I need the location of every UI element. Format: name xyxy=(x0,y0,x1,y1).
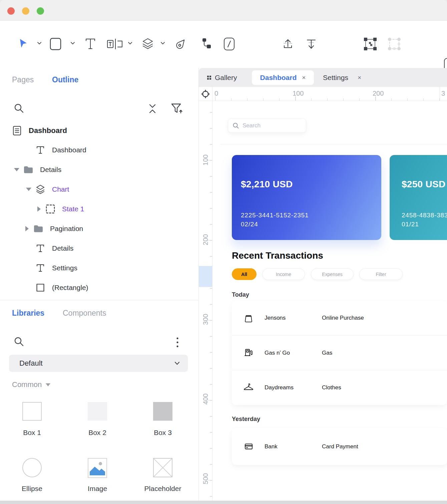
tab-gallery[interactable]: Gallery xyxy=(207,68,237,87)
transaction-category: Card Payment xyxy=(322,443,358,450)
filter-pill-income[interactable]: Income xyxy=(262,268,305,280)
component-tool-chevron-down-icon[interactable] xyxy=(127,41,133,47)
filter-pill-filter[interactable]: Filter xyxy=(359,268,403,280)
collapse-all-icon[interactable] xyxy=(147,103,158,115)
group-button[interactable] xyxy=(363,36,378,52)
credit-card-blue[interactable]: $2,210 USD 2225-3441-5152-2351 02/24 xyxy=(232,155,381,240)
chevron-down-icon xyxy=(174,361,180,366)
ruler-label: 100 xyxy=(202,154,209,165)
tree-item-label: Chart xyxy=(52,185,69,193)
layers-tool-button[interactable] xyxy=(141,36,155,52)
close-tab-icon[interactable]: × xyxy=(358,74,361,81)
tree-item-dashboard-frame[interactable]: Dashboard xyxy=(0,125,198,136)
tree-item-state-1[interactable]: State 1 xyxy=(0,203,198,215)
component-ellipse[interactable] xyxy=(22,458,42,477)
ruler-origin-button[interactable] xyxy=(199,87,212,101)
tree-item-details-text[interactable]: Details xyxy=(0,243,198,254)
close-window-button[interactable] xyxy=(7,7,15,15)
search-icon xyxy=(233,122,239,129)
close-tab-icon[interactable]: × xyxy=(302,74,306,81)
text-icon xyxy=(35,145,45,155)
zoom-window-button[interactable] xyxy=(37,7,44,15)
transaction-row[interactable]: Bank Card Payment xyxy=(232,428,447,465)
slash-tool-button[interactable] xyxy=(223,36,236,52)
connector-tool-button[interactable] xyxy=(199,36,213,52)
move-tool-chevron-down-icon[interactable] xyxy=(37,41,42,47)
card-amount: $2,210 USD xyxy=(241,179,293,190)
common-section-toggle[interactable]: Common xyxy=(12,380,50,389)
shape-tool-chevron-down-icon[interactable] xyxy=(70,41,75,47)
tab-settings[interactable]: Settings × xyxy=(323,68,361,87)
dropdown-triangle-icon xyxy=(46,383,50,386)
component-label: Box 1 xyxy=(5,429,59,437)
transaction-category: Clothes xyxy=(322,384,341,391)
ruler-label: 100 xyxy=(293,90,304,97)
caret-expanded-icon[interactable] xyxy=(26,188,31,191)
ungroup-button[interactable] xyxy=(387,36,402,52)
card-number: 2225-3441-5152-2351 xyxy=(241,212,309,219)
component-box-3[interactable] xyxy=(153,402,172,421)
search-input[interactable] xyxy=(243,122,296,129)
artboard-search-box[interactable] xyxy=(228,118,306,133)
tab-libraries[interactable]: Libraries xyxy=(12,309,44,318)
tree-item-label: Dashboard xyxy=(52,146,86,154)
transaction-row[interactable]: Gas n’ Go Gas xyxy=(232,335,447,370)
transaction-row[interactable]: Daydreams Clothes xyxy=(232,370,447,405)
tree-item-label: Dashboard xyxy=(29,126,67,135)
tree-item-rectangle[interactable]: (Rectangle) xyxy=(0,282,198,293)
library-select-value: Default xyxy=(19,359,43,368)
card-amount: $250 USD xyxy=(402,179,446,190)
caret-expanded-icon[interactable] xyxy=(14,168,19,171)
text-tool-button[interactable] xyxy=(84,36,97,52)
send-upward-button[interactable] xyxy=(281,36,295,52)
text-icon xyxy=(35,263,45,273)
transaction-category: Gas xyxy=(322,350,332,356)
tree-item-details-folder[interactable]: Details xyxy=(0,164,198,175)
component-image[interactable] xyxy=(88,458,107,478)
tree-item-label: Details xyxy=(52,244,73,252)
vertical-ruler[interactable]: 100 200 300 400 500 xyxy=(199,101,212,501)
canvas[interactable]: $2,210 USD 2225-3441-5152-2351 02/24 $25… xyxy=(213,101,447,501)
component-box-1[interactable] xyxy=(22,402,42,421)
outline-search-icon[interactable] xyxy=(13,103,25,115)
ruler-selection-highlight xyxy=(199,266,212,287)
ruler-divider xyxy=(440,87,440,101)
tab-pages[interactable]: Pages xyxy=(12,75,34,84)
panel-divider xyxy=(0,300,198,300)
tab-settings-label: Settings xyxy=(323,74,348,82)
tree-item-chart[interactable]: Chart xyxy=(0,184,198,195)
pen-tool-button[interactable] xyxy=(173,36,188,52)
filter-layers-icon[interactable] xyxy=(170,103,183,116)
filter-pill-all[interactable]: All xyxy=(232,268,257,280)
transaction-merchant: Gas n’ Go xyxy=(265,350,322,356)
libraries-search-icon[interactable] xyxy=(13,336,25,349)
tree-item-pagination[interactable]: Pagination xyxy=(0,223,198,234)
horizontal-ruler[interactable]: 0 100 200 3 xyxy=(212,87,447,101)
libraries-kebab-menu-icon[interactable] xyxy=(176,337,179,350)
ruler-label: 400 xyxy=(202,393,209,404)
tree-item-dashboard-text[interactable]: Dashboard xyxy=(0,144,198,156)
window-bottom-edge xyxy=(0,501,447,504)
tree-item-settings-text[interactable]: Settings xyxy=(0,262,198,274)
minimize-window-button[interactable] xyxy=(22,7,29,15)
filter-pill-expenses[interactable]: Expenses xyxy=(311,268,354,280)
tab-outline[interactable]: Outline xyxy=(52,75,78,84)
tab-dashboard-label: Dashboard xyxy=(260,74,297,82)
move-tool-button[interactable] xyxy=(17,36,30,52)
caret-collapsed-icon[interactable] xyxy=(25,226,29,231)
rectangle-tool-button[interactable] xyxy=(49,36,62,52)
component-box-2[interactable] xyxy=(88,402,107,421)
library-select[interactable]: Default xyxy=(9,355,188,372)
toolbar xyxy=(0,21,447,68)
artboard-divider xyxy=(220,144,447,144)
transaction-row[interactable]: Jensons Online Purchase xyxy=(232,301,447,335)
tab-dashboard[interactable]: Dashboard × xyxy=(252,70,314,85)
component-placeholder[interactable] xyxy=(153,458,172,477)
caret-collapsed-icon[interactable] xyxy=(37,206,41,212)
layers-tool-chevron-down-icon[interactable] xyxy=(160,41,165,47)
tree-item-label: Details xyxy=(40,166,61,174)
component-tool-button[interactable] xyxy=(107,36,124,52)
credit-card-teal[interactable]: $250 USD 2458-4838-3831- 01/21 xyxy=(390,155,447,240)
tab-components[interactable]: Components xyxy=(63,309,106,318)
send-downward-button[interactable] xyxy=(305,36,318,52)
